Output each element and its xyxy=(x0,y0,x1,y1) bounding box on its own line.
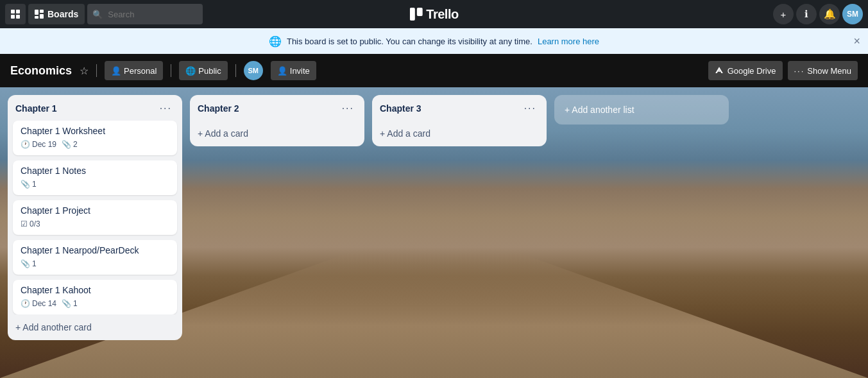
card-c1-2[interactable]: Chapter 1 Notes📎1 xyxy=(13,160,177,195)
card-title-c1-2: Chapter 1 Notes xyxy=(21,166,169,176)
svg-rect-9 xyxy=(416,8,422,16)
svg-rect-2 xyxy=(11,15,15,19)
list-menu-chapter1[interactable]: ··· xyxy=(157,101,174,116)
banner-text: This board is set to public. You can cha… xyxy=(287,37,532,46)
info-button[interactable]: ℹ xyxy=(796,4,817,24)
card-c1-4[interactable]: Chapter 1 Nearpod/PearDeck📎1 xyxy=(13,240,177,275)
public-icon: 🌐 xyxy=(185,66,196,76)
list-menu-chapter3[interactable]: ··· xyxy=(522,101,539,116)
card-c1-3[interactable]: Chapter 1 Project☑0/3 xyxy=(13,200,177,235)
list-cards-chapter1: Chapter 1 Worksheet🕐Dec 19📎2Chapter 1 No… xyxy=(8,121,182,314)
attachment-icon: 📎 xyxy=(21,180,30,189)
google-drive-button[interactable]: Google Drive xyxy=(708,61,783,80)
notifications-button[interactable]: 🔔 xyxy=(819,4,840,24)
banner-learn-more-link[interactable]: Learn more here xyxy=(538,37,599,46)
date-icon: 🕐 xyxy=(21,299,30,308)
card-title-c1-5: Chapter 1 Kahoot xyxy=(21,285,169,295)
add-card-button-chapter1[interactable]: + Add another card xyxy=(8,317,182,338)
badge-attachment: 📎1 xyxy=(62,299,78,308)
boards-label: Boards xyxy=(47,9,78,19)
search-wrapper: 🔍 xyxy=(87,4,203,24)
home-button[interactable] xyxy=(5,4,26,24)
globe-icon: 🌐 xyxy=(269,35,282,47)
list-header-chapter1: Chapter 1··· xyxy=(8,95,182,121)
add-card-button-chapter2[interactable]: + Add a card xyxy=(190,123,364,144)
member-avatar[interactable]: SM xyxy=(244,61,263,80)
badge-attachment: 📎1 xyxy=(21,259,37,268)
date-icon: 🕐 xyxy=(21,140,30,149)
attachment-icon: 📎 xyxy=(21,259,30,268)
card-title-c1-1: Chapter 1 Worksheet xyxy=(21,126,169,136)
invite-label: Invite xyxy=(290,66,310,76)
card-badges-c1-4: 📎1 xyxy=(21,259,169,268)
board-header-right: Google Drive ··· Show Menu xyxy=(708,61,858,80)
card-badges-c1-5: 🕐Dec 14📎1 xyxy=(21,299,169,308)
more-icon: ··· xyxy=(794,66,805,76)
list-chapter1: Chapter 1···Chapter 1 Worksheet🕐Dec 19📎2… xyxy=(8,95,182,340)
invite-button[interactable]: 👤 Invite xyxy=(271,61,316,80)
board-personal-button[interactable]: 👤 Personal xyxy=(105,61,163,80)
list-title-chapter1: Chapter 1 xyxy=(15,103,57,114)
show-menu-button[interactable]: ··· Show Menu xyxy=(788,61,858,80)
badge-attachment: 📎2 xyxy=(62,140,78,149)
invite-icon: 👤 xyxy=(277,66,287,76)
list-chapter2: Chapter 2···+ Add a card xyxy=(190,95,364,146)
nav-right: + ℹ 🔔 SM xyxy=(773,4,863,24)
card-badges-c1-1: 🕐Dec 19📎2 xyxy=(21,140,169,149)
list-menu-chapter2[interactable]: ··· xyxy=(339,101,357,116)
attachment-icon: 📎 xyxy=(62,299,71,308)
svg-rect-0 xyxy=(11,10,15,13)
badge-date: 🕐Dec 19 xyxy=(21,140,56,149)
board-star-button[interactable]: ☆ xyxy=(80,65,89,77)
boards-button[interactable]: Boards xyxy=(28,4,85,24)
badge-date: 🕐Dec 14 xyxy=(21,299,56,308)
board-background: Chapter 1···Chapter 1 Worksheet🕐Dec 19📎2… xyxy=(0,87,868,378)
card-title-c1-4: Chapter 1 Nearpod/PearDeck xyxy=(21,245,169,255)
attachment-icon: 📎 xyxy=(62,140,71,149)
header-divider-2 xyxy=(171,64,171,77)
svg-rect-8 xyxy=(409,8,414,21)
svg-rect-6 xyxy=(35,16,38,19)
list-header-chapter2: Chapter 2··· xyxy=(190,95,364,121)
svg-rect-4 xyxy=(35,10,38,15)
card-c1-5[interactable]: Chapter 1 Kahoot🕐Dec 14📎1 xyxy=(13,280,177,314)
banner-close-button[interactable]: × xyxy=(853,35,860,48)
header-divider-3 xyxy=(235,64,236,77)
list-header-chapter3: Chapter 3··· xyxy=(372,95,547,121)
list-title-chapter2: Chapter 2 xyxy=(198,103,239,114)
card-title-c1-3: Chapter 1 Project xyxy=(21,205,169,216)
card-badges-c1-2: 📎1 xyxy=(21,180,169,189)
svg-rect-1 xyxy=(16,10,20,13)
add-list-button[interactable]: + Add another list xyxy=(554,95,729,125)
top-navigation: Boards 🔍 Trello + ℹ 🔔 SM xyxy=(0,0,868,28)
header-divider-1 xyxy=(96,64,97,77)
badge-attachment: 📎1 xyxy=(21,180,37,189)
lists-container: Chapter 1···Chapter 1 Worksheet🕐Dec 19📎2… xyxy=(0,87,868,348)
svg-rect-7 xyxy=(40,14,44,19)
svg-rect-5 xyxy=(40,10,44,13)
badge-checklist: ☑0/3 xyxy=(21,219,40,228)
board-title[interactable]: Economics xyxy=(10,64,72,78)
add-card-button-chapter3[interactable]: + Add a card xyxy=(372,123,547,144)
list-title-chapter3: Chapter 3 xyxy=(380,103,421,114)
add-button[interactable]: + xyxy=(773,4,794,24)
svg-rect-3 xyxy=(16,15,20,19)
board-public-label: Public xyxy=(198,66,221,76)
public-banner: 🌐 This board is set to public. You can c… xyxy=(0,28,868,54)
board-personal-label: Personal xyxy=(124,66,157,76)
user-avatar[interactable]: SM xyxy=(842,4,863,24)
logo-text: Trello xyxy=(426,7,458,22)
list-chapter3: Chapter 3···+ Add a card xyxy=(372,95,547,146)
board-public-button[interactable]: 🌐 Public xyxy=(179,61,227,80)
board-header: Economics ☆ 👤 Personal 🌐 Public SM 👤 Inv… xyxy=(0,54,868,87)
google-drive-label: Google Drive xyxy=(728,66,776,76)
trello-logo: Trello xyxy=(409,7,458,22)
card-badges-c1-3: ☑0/3 xyxy=(21,219,169,228)
visibility-icon: 👤 xyxy=(111,66,121,76)
checklist-icon: ☑ xyxy=(21,219,28,228)
search-input[interactable] xyxy=(87,4,203,24)
card-c1-1[interactable]: Chapter 1 Worksheet🕐Dec 19📎2 xyxy=(13,121,177,155)
show-menu-label: Show Menu xyxy=(807,66,851,76)
